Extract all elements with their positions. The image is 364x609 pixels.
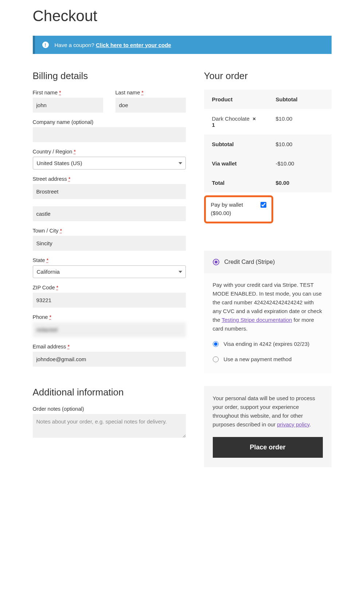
street-input-1[interactable] [33, 184, 186, 199]
order-item-name-cell: Dark Chocolate × 1 [204, 109, 268, 134]
saved-card-label: Visa ending in 4242 (expires 02/23) [224, 340, 310, 348]
street-input-2[interactable] [33, 206, 186, 221]
order-heading: Your order [204, 70, 332, 82]
total-value: $0.00 [268, 173, 332, 192]
additional-heading: Additional information [33, 387, 186, 398]
order-item-price: $10.00 [268, 109, 332, 134]
wallet-balance: ($90.00) [211, 209, 243, 218]
phone-label: Phone * [33, 314, 186, 320]
payment-method-radio[interactable] [213, 259, 219, 265]
wallet-label: Pay by wallet [211, 201, 243, 209]
order-table: Product Subtotal Dark Chocolate × 1 $10.… [204, 90, 332, 192]
last-name-input[interactable] [116, 98, 186, 113]
place-order-button[interactable]: Place order [213, 437, 323, 458]
saved-card-radio[interactable] [213, 341, 219, 347]
order-notes-textarea[interactable] [33, 414, 186, 438]
zip-label: ZIP Code * [33, 285, 186, 290]
phone-input[interactable] [33, 322, 186, 337]
coupon-question: Have a coupon? [55, 42, 96, 48]
street-label: Street address * [33, 176, 186, 182]
payment-method-box: Credit Card (Stripe) Pay with your credi… [204, 251, 332, 373]
privacy-footer: Your personal data will be used to proce… [204, 386, 332, 467]
privacy-text-suffix: . [309, 421, 311, 428]
email-input[interactable] [33, 352, 186, 367]
order-notes-label: Order notes (optional) [33, 406, 186, 412]
total-label: Total [204, 173, 268, 192]
city-input[interactable] [33, 236, 186, 251]
col-subtotal: Subtotal [268, 90, 332, 109]
page-title: Checkout [33, 7, 332, 25]
company-label: Company name (optional) [33, 119, 186, 125]
zip-input[interactable] [33, 293, 186, 308]
new-method-radio[interactable] [213, 356, 219, 362]
via-wallet-value: -$10.00 [268, 154, 332, 173]
pay-by-wallet-box: Pay by wallet ($90.00) [204, 195, 273, 223]
payment-method-label: Credit Card (Stripe) [224, 259, 275, 265]
subtotal-value: $10.00 [268, 134, 332, 154]
city-label: Town / City * [33, 228, 186, 234]
info-icon: ! [42, 42, 49, 48]
via-wallet-label: Via wallet [204, 154, 268, 173]
pay-by-wallet-checkbox[interactable] [261, 202, 266, 208]
state-label: State * [33, 257, 186, 263]
new-method-label: Use a new payment method [224, 355, 292, 364]
privacy-policy-link[interactable]: privacy policy [277, 421, 309, 428]
coupon-notice: ! Have a coupon? Click here to enter you… [33, 36, 332, 54]
billing-heading: Billing details [33, 70, 186, 82]
coupon-text: Have a coupon? Click here to enter your … [55, 42, 171, 48]
stripe-docs-link[interactable]: Testing Stripe documentation [222, 317, 292, 323]
country-label: Country / Region * [33, 149, 186, 155]
state-select[interactable]: California [33, 265, 186, 278]
last-name-label: Last name * [116, 90, 186, 95]
company-input[interactable] [33, 127, 186, 142]
col-product: Product [204, 90, 268, 109]
subtotal-label: Subtotal [204, 134, 268, 154]
email-label: Email address * [33, 344, 186, 350]
first-name-input[interactable] [33, 98, 103, 113]
country-select[interactable]: United States (US) [33, 157, 186, 169]
first-name-label: First name * [33, 90, 103, 95]
coupon-link[interactable]: Click here to enter your code [96, 42, 171, 48]
